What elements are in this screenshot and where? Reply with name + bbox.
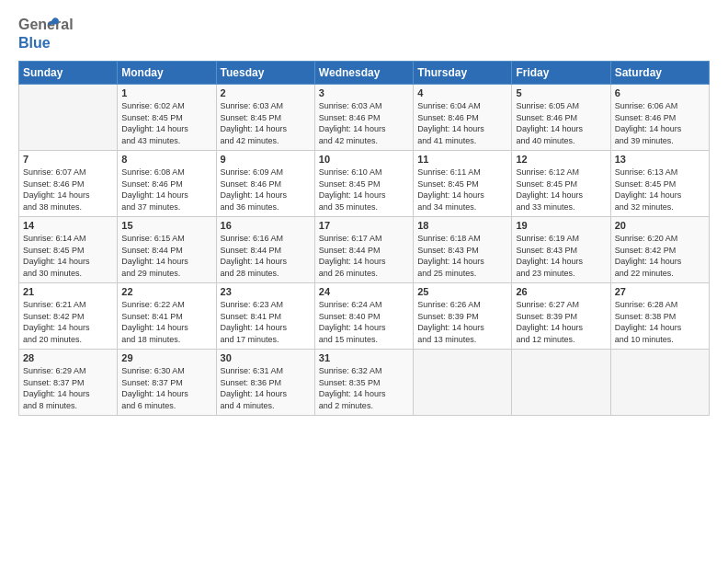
day-info: Sunrise: 6:22 AMSunset: 8:41 PMDaylight:… <box>121 299 211 345</box>
logo: General Blue <box>18 17 57 52</box>
calendar-cell: 26Sunrise: 6:27 AMSunset: 8:39 PMDayligh… <box>512 283 610 350</box>
calendar-cell: 11Sunrise: 6:11 AMSunset: 8:45 PMDayligh… <box>414 151 512 217</box>
day-info: Sunrise: 6:09 AMSunset: 8:46 PMDaylight:… <box>221 167 311 213</box>
calendar-cell: 28Sunrise: 6:29 AMSunset: 8:37 PMDayligh… <box>19 350 118 416</box>
calendar-cell: 21Sunrise: 6:21 AMSunset: 8:42 PMDayligh… <box>19 283 118 350</box>
day-info: Sunrise: 6:16 AMSunset: 8:44 PMDaylight:… <box>221 233 311 279</box>
day-number: 15 <box>121 220 211 231</box>
calendar-cell <box>19 85 118 151</box>
day-info: Sunrise: 6:17 AMSunset: 8:44 PMDaylight:… <box>319 233 409 279</box>
calendar-cell <box>610 350 709 416</box>
day-header-thursday: Thursday <box>414 62 512 85</box>
day-number: 20 <box>615 220 705 231</box>
day-info: Sunrise: 6:27 AMSunset: 8:39 PMDaylight:… <box>516 299 606 345</box>
calendar-cell: 30Sunrise: 6:31 AMSunset: 8:36 PMDayligh… <box>216 350 314 416</box>
day-header-wednesday: Wednesday <box>314 62 413 85</box>
day-header-monday: Monday <box>118 62 216 85</box>
day-info: Sunrise: 6:24 AMSunset: 8:40 PMDaylight:… <box>319 299 409 345</box>
day-info: Sunrise: 6:32 AMSunset: 8:35 PMDaylight:… <box>319 365 409 411</box>
calendar-cell: 1Sunrise: 6:02 AMSunset: 8:45 PMDaylight… <box>118 85 216 151</box>
day-number: 31 <box>319 352 409 363</box>
day-info: Sunrise: 6:05 AMSunset: 8:46 PMDaylight:… <box>516 100 606 146</box>
day-header-tuesday: Tuesday <box>216 62 314 85</box>
calendar-cell: 8Sunrise: 6:08 AMSunset: 8:46 PMDaylight… <box>118 151 216 217</box>
calendar-table: SundayMondayTuesdayWednesdayThursdayFrid… <box>18 61 710 416</box>
day-number: 24 <box>319 286 409 297</box>
day-info: Sunrise: 6:29 AMSunset: 8:37 PMDaylight:… <box>23 365 113 411</box>
calendar-cell <box>414 350 512 416</box>
day-info: Sunrise: 6:18 AMSunset: 8:43 PMDaylight:… <box>417 233 507 279</box>
week-row-2: 7Sunrise: 6:07 AMSunset: 8:46 PMDaylight… <box>19 151 710 217</box>
day-info: Sunrise: 6:31 AMSunset: 8:36 PMDaylight:… <box>221 365 311 411</box>
week-row-1: 1Sunrise: 6:02 AMSunset: 8:45 PMDaylight… <box>19 85 710 151</box>
calendar-cell <box>512 350 610 416</box>
day-number: 29 <box>121 352 211 363</box>
day-info: Sunrise: 6:06 AMSunset: 8:46 PMDaylight:… <box>615 100 705 146</box>
day-number: 1 <box>121 87 211 98</box>
day-number: 26 <box>516 286 606 297</box>
day-info: Sunrise: 6:23 AMSunset: 8:41 PMDaylight:… <box>221 299 311 345</box>
calendar-cell: 19Sunrise: 6:19 AMSunset: 8:43 PMDayligh… <box>512 217 610 283</box>
day-info: Sunrise: 6:19 AMSunset: 8:43 PMDaylight:… <box>516 233 606 279</box>
calendar-cell: 24Sunrise: 6:24 AMSunset: 8:40 PMDayligh… <box>314 283 413 350</box>
calendar-cell: 16Sunrise: 6:16 AMSunset: 8:44 PMDayligh… <box>216 217 314 283</box>
calendar-cell: 3Sunrise: 6:03 AMSunset: 8:46 PMDaylight… <box>314 85 413 151</box>
day-number: 9 <box>221 154 311 165</box>
day-info: Sunrise: 6:02 AMSunset: 8:45 PMDaylight:… <box>121 100 211 146</box>
day-info: Sunrise: 6:08 AMSunset: 8:46 PMDaylight:… <box>121 167 211 213</box>
calendar-cell: 5Sunrise: 6:05 AMSunset: 8:46 PMDaylight… <box>512 85 610 151</box>
day-number: 3 <box>319 87 409 98</box>
calendar-cell: 14Sunrise: 6:14 AMSunset: 8:45 PMDayligh… <box>19 217 118 283</box>
calendar-cell: 25Sunrise: 6:26 AMSunset: 8:39 PMDayligh… <box>414 283 512 350</box>
calendar-cell: 27Sunrise: 6:28 AMSunset: 8:38 PMDayligh… <box>610 283 709 350</box>
calendar-cell: 18Sunrise: 6:18 AMSunset: 8:43 PMDayligh… <box>414 217 512 283</box>
week-row-5: 28Sunrise: 6:29 AMSunset: 8:37 PMDayligh… <box>19 350 710 416</box>
day-info: Sunrise: 6:03 AMSunset: 8:45 PMDaylight:… <box>221 100 311 146</box>
calendar-cell: 4Sunrise: 6:04 AMSunset: 8:46 PMDaylight… <box>414 85 512 151</box>
page: General Blue SundayMondayTuesdayWednesda… <box>0 0 728 563</box>
day-number: 30 <box>221 352 311 363</box>
day-info: Sunrise: 6:11 AMSunset: 8:45 PMDaylight:… <box>417 167 507 213</box>
calendar-cell: 17Sunrise: 6:17 AMSunset: 8:44 PMDayligh… <box>314 217 413 283</box>
day-info: Sunrise: 6:15 AMSunset: 8:44 PMDaylight:… <box>121 233 211 279</box>
calendar-cell: 13Sunrise: 6:13 AMSunset: 8:45 PMDayligh… <box>610 151 709 217</box>
day-info: Sunrise: 6:20 AMSunset: 8:42 PMDaylight:… <box>615 233 705 279</box>
week-row-4: 21Sunrise: 6:21 AMSunset: 8:42 PMDayligh… <box>19 283 710 350</box>
day-number: 19 <box>516 220 606 231</box>
day-header-saturday: Saturday <box>610 62 709 85</box>
day-info: Sunrise: 6:14 AMSunset: 8:45 PMDaylight:… <box>23 233 113 279</box>
day-number: 27 <box>615 286 705 297</box>
day-info: Sunrise: 6:12 AMSunset: 8:45 PMDaylight:… <box>516 167 606 213</box>
calendar-cell: 9Sunrise: 6:09 AMSunset: 8:46 PMDaylight… <box>216 151 314 217</box>
logo-blue-text: Blue <box>18 35 51 52</box>
day-number: 7 <box>23 154 113 165</box>
day-number: 10 <box>319 154 409 165</box>
day-number: 16 <box>221 220 311 231</box>
calendar-cell: 2Sunrise: 6:03 AMSunset: 8:45 PMDaylight… <box>216 85 314 151</box>
day-header-friday: Friday <box>512 62 610 85</box>
week-row-3: 14Sunrise: 6:14 AMSunset: 8:45 PMDayligh… <box>19 217 710 283</box>
logo-bird-icon <box>46 17 61 31</box>
day-info: Sunrise: 6:26 AMSunset: 8:39 PMDaylight:… <box>417 299 507 345</box>
calendar-header-row: SundayMondayTuesdayWednesdayThursdayFrid… <box>19 62 710 85</box>
day-number: 6 <box>615 87 705 98</box>
day-info: Sunrise: 6:28 AMSunset: 8:38 PMDaylight:… <box>615 299 705 345</box>
calendar-cell: 23Sunrise: 6:23 AMSunset: 8:41 PMDayligh… <box>216 283 314 350</box>
day-number: 17 <box>319 220 409 231</box>
day-number: 21 <box>23 286 113 297</box>
calendar-cell: 20Sunrise: 6:20 AMSunset: 8:42 PMDayligh… <box>610 217 709 283</box>
header: General Blue <box>18 17 710 52</box>
day-number: 22 <box>121 286 211 297</box>
day-number: 4 <box>417 87 507 98</box>
calendar-cell: 29Sunrise: 6:30 AMSunset: 8:37 PMDayligh… <box>118 350 216 416</box>
calendar-cell: 15Sunrise: 6:15 AMSunset: 8:44 PMDayligh… <box>118 217 216 283</box>
day-number: 23 <box>221 286 311 297</box>
calendar-cell: 10Sunrise: 6:10 AMSunset: 8:45 PMDayligh… <box>314 151 413 217</box>
day-number: 8 <box>121 154 211 165</box>
calendar-cell: 22Sunrise: 6:22 AMSunset: 8:41 PMDayligh… <box>118 283 216 350</box>
calendar-cell: 12Sunrise: 6:12 AMSunset: 8:45 PMDayligh… <box>512 151 610 217</box>
day-info: Sunrise: 6:10 AMSunset: 8:45 PMDaylight:… <box>319 167 409 213</box>
day-info: Sunrise: 6:21 AMSunset: 8:42 PMDaylight:… <box>23 299 113 345</box>
day-info: Sunrise: 6:30 AMSunset: 8:37 PMDaylight:… <box>121 365 211 411</box>
day-number: 13 <box>615 154 705 165</box>
